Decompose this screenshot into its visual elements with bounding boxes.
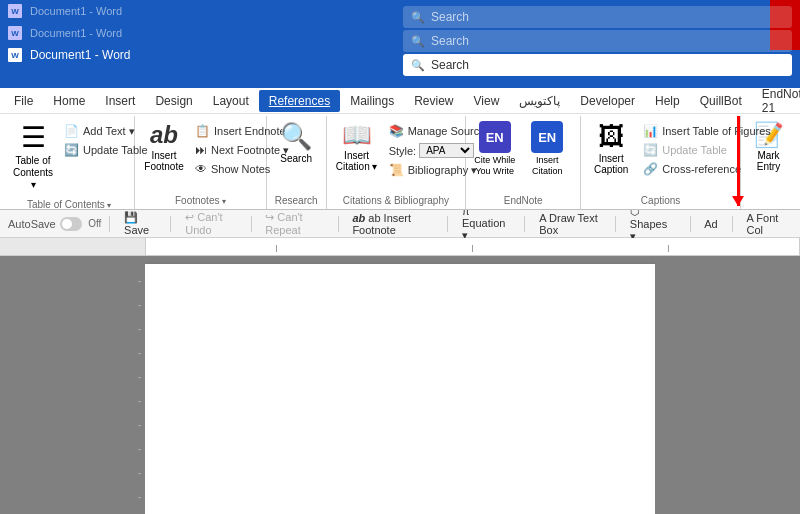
toc-button[interactable]: ☰ Table ofContents ▾ (8, 118, 58, 194)
manage-sources-icon: 📚 (389, 124, 404, 138)
search-ribbon-label: Search (280, 153, 312, 164)
doc-margin-right (655, 256, 800, 514)
toolbar: AutoSave Off 💾 Save ↩ Can't Undo ↪ Can't… (0, 210, 800, 238)
search-button[interactable]: 🔍 Search (270, 118, 322, 167)
insert-caption-icon: 🖼 (598, 121, 624, 152)
toolbar-sep-3 (251, 216, 252, 232)
update-table-icon: 🔄 (64, 143, 79, 157)
insert-footnote-label: InsertFootnote (144, 150, 183, 172)
citations-group-label: Citations & Bibliography (331, 192, 462, 209)
search-ribbon-icon: 🔍 (280, 121, 312, 152)
toolbar-sep-8 (690, 216, 691, 232)
toc-icon: ☰ (21, 121, 46, 154)
cite-while-you-write-label: Cite WhileYou Write (474, 155, 515, 177)
search-box-2[interactable]: 🔍 Search (403, 30, 792, 52)
add-text-icon: 📄 (64, 124, 79, 138)
autosave-label: AutoSave (8, 218, 56, 230)
doc-margin-left: - - - - - - - - - - (0, 256, 145, 514)
add-text-toolbar-button[interactable]: Ad (698, 217, 723, 231)
insert-citation-button[interactable]: 📖 InsertCitation ▾ (331, 118, 383, 175)
ruler: | | | (0, 238, 800, 256)
insert-footnote-button[interactable]: ab InsertFootnote (139, 118, 189, 175)
style-label: Style: (389, 145, 417, 157)
toolbar-insert-footnote[interactable]: ab ab Insert Footnote (346, 211, 439, 237)
menu-help[interactable]: Help (645, 90, 690, 112)
word-icon-3: W (8, 48, 22, 62)
word-icon-2: W (8, 26, 22, 40)
insert-table-figures-button[interactable]: 📊 Insert Table of Figures (639, 122, 775, 140)
menu-references[interactable]: References (259, 90, 340, 112)
insert-table-figures-icon: 📊 (643, 124, 658, 138)
show-notes-label: Show Notes (211, 163, 270, 175)
redo-button: ↪ Can't Repeat (259, 210, 329, 237)
menu-view[interactable]: View (464, 90, 510, 112)
ribbon-group-endnote: EN Cite WhileYou Write EN InsertCitation… (466, 116, 581, 209)
menu-farsi[interactable]: پاکتویس (509, 90, 570, 112)
index-group-label (745, 203, 792, 209)
svg-text:|: | (667, 243, 669, 252)
captions-group-label: Captions (585, 192, 736, 209)
toolbar-sep-6 (524, 216, 525, 232)
search-text-2: Search (431, 34, 469, 48)
margin-num-3: - (138, 324, 141, 334)
toggle-off-label: Off (88, 218, 101, 229)
update-table-captions-button[interactable]: 🔄 Update Table (639, 141, 775, 159)
autosave-toggle[interactable] (60, 217, 82, 231)
toolbar-fn-icon: ab (352, 212, 365, 224)
update-table-captions-icon: 🔄 (643, 143, 658, 157)
menu-bar: File Home Insert Design Layout Reference… (0, 88, 800, 114)
doc-page[interactable] (145, 264, 655, 514)
save-button[interactable]: 💾 Save (118, 210, 162, 237)
svg-text:|: | (471, 243, 473, 252)
toc-group-label: Table of Contents (8, 196, 130, 213)
search-box-3[interactable]: 🔍 Search (403, 54, 792, 76)
insert-endnote-icon: 📋 (195, 124, 210, 138)
next-footnote-icon: ⏭ (195, 143, 207, 157)
menu-file[interactable]: File (4, 90, 43, 112)
ruler-marks: | | | (146, 238, 799, 256)
insert-caption-button[interactable]: 🖼 InsertCaption (585, 118, 637, 178)
titlebar: W Document1 - Word W Document1 - Word W … (0, 0, 800, 88)
red-arrow-head (732, 196, 744, 206)
cross-reference-button[interactable]: 🔗 Cross-reference (639, 160, 775, 178)
doc-title-2: Document1 - Word (30, 27, 122, 39)
red-arrow (737, 116, 740, 206)
search-icon-2: 🔍 (411, 35, 425, 48)
draw-text-box-button[interactable]: A Draw Text Box (533, 211, 607, 237)
search-container: 🔍 Search 🔍 Search 🔍 Search (395, 6, 800, 76)
toolbar-sep-5 (447, 216, 448, 232)
ribbon: ☰ Table ofContents ▾ 📄 Add Text ▾ 🔄 Upda… (0, 114, 800, 210)
insert-citation-label: InsertCitation ▾ (336, 150, 378, 172)
ribbon-group-footnotes: ab InsertFootnote 📋 Insert Endnote ⏭ Nex… (135, 116, 267, 209)
undo-button: ↩ Can't Undo (179, 210, 242, 237)
menu-insert[interactable]: Insert (95, 90, 145, 112)
margin-num-4: - (138, 348, 141, 358)
toolbar-sep-4 (338, 216, 339, 232)
search-text-1: Search (431, 10, 469, 24)
margin-num-7: - (138, 420, 141, 430)
font-color-button[interactable]: A Font Col (741, 211, 792, 237)
toolbar-sep-2 (170, 216, 171, 232)
menu-endnote[interactable]: EndNote 21 (752, 90, 800, 112)
endnote-insert-citation-label: InsertCitation (532, 155, 563, 177)
search-box-1[interactable]: 🔍 Search (403, 6, 792, 28)
bibliography-icon: 📜 (389, 163, 404, 177)
endnote-icon-2: EN (531, 121, 563, 153)
endnote-icon-1: EN (479, 121, 511, 153)
menu-mailings[interactable]: Mailings (340, 90, 404, 112)
endnote-group-label: EndNote (470, 192, 576, 209)
endnote-insert-citation-button[interactable]: EN InsertCitation (523, 118, 571, 180)
menu-review[interactable]: Review (404, 90, 463, 112)
toggle-knob (62, 219, 72, 229)
menu-layout[interactable]: Layout (203, 90, 259, 112)
search-text-3: Search (431, 58, 469, 72)
menu-quillbot[interactable]: QuillBot (690, 90, 752, 112)
menu-developer[interactable]: Developer (570, 90, 645, 112)
footnotes-group-label: Footnotes (139, 192, 262, 209)
cite-while-you-write-button[interactable]: EN Cite WhileYou Write (470, 118, 519, 180)
ribbon-group-captions: 🖼 InsertCaption 📊 Insert Table of Figure… (581, 116, 741, 209)
update-table-captions-label: Update Table (662, 144, 727, 156)
margin-num-10: - (138, 492, 141, 502)
menu-home[interactable]: Home (43, 90, 95, 112)
menu-design[interactable]: Design (145, 90, 202, 112)
